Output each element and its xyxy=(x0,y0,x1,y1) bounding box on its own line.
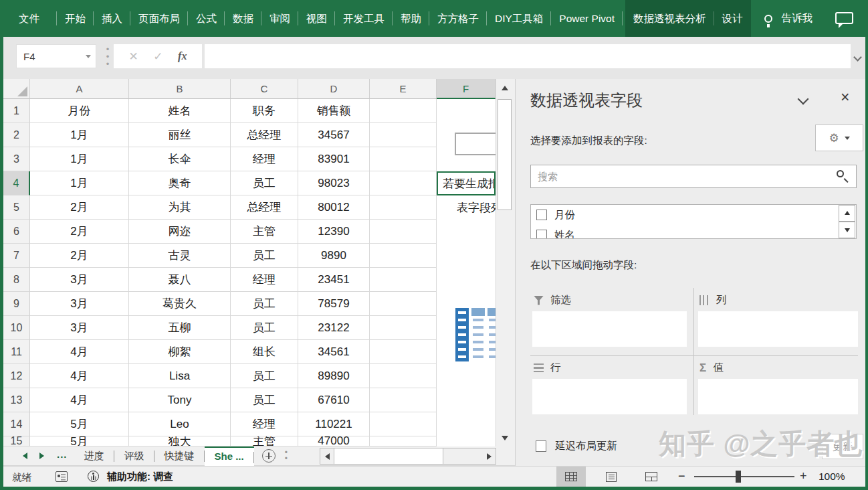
column-header-E[interactable]: E xyxy=(370,79,437,99)
update-button[interactable]: 更新 xyxy=(822,434,863,459)
rows-drop-zone[interactable] xyxy=(532,379,687,414)
scroll-left-icon[interactable] xyxy=(320,448,334,464)
cell-C6[interactable]: 主管 xyxy=(231,220,298,244)
cell-E4[interactable] xyxy=(370,171,437,195)
cell-B7[interactable]: 古灵 xyxy=(129,244,231,268)
cell-F7[interactable] xyxy=(437,244,496,268)
column-header-D[interactable]: D xyxy=(298,79,370,99)
cell-E9[interactable] xyxy=(370,292,437,316)
cell-F8[interactable] xyxy=(437,268,496,292)
cell-C10[interactable]: 员工 xyxy=(231,316,298,340)
cell-F12[interactable] xyxy=(437,364,496,388)
cell-E3[interactable] xyxy=(370,147,437,171)
page-break-view-button[interactable] xyxy=(637,467,666,487)
cell-B10[interactable]: 五柳 xyxy=(129,316,231,340)
row-header-2[interactable]: 2 xyxy=(3,123,30,147)
cell-D12[interactable]: 89890 xyxy=(298,364,370,388)
row-header-7[interactable]: 7 xyxy=(3,244,30,268)
cell-B5[interactable]: 为其 xyxy=(129,195,231,220)
cell-E10[interactable] xyxy=(370,316,437,340)
horizontal-scrollbar[interactable] xyxy=(320,448,496,465)
sheet-tab-active[interactable]: She ... xyxy=(205,446,254,466)
cell-A4[interactable]: 1月 xyxy=(30,171,129,195)
cell-E13[interactable] xyxy=(370,388,437,412)
ribbon-tab-5[interactable]: 公式 xyxy=(188,0,225,37)
column-header-F[interactable]: F xyxy=(437,79,496,99)
cell-B3[interactable]: 长伞 xyxy=(129,147,231,171)
cell-D10[interactable]: 23122 xyxy=(298,316,370,340)
zoom-slider-track[interactable] xyxy=(694,476,794,477)
cell-C9[interactable]: 员工 xyxy=(231,292,298,316)
cell-A9[interactable]: 3月 xyxy=(30,292,129,316)
row-header-1[interactable]: 1 xyxy=(3,99,30,123)
cell-A3[interactable]: 1月 xyxy=(30,147,129,171)
tell-me-label[interactable]: 告诉我 xyxy=(782,11,813,25)
cell-C14[interactable]: 经理 xyxy=(231,412,298,436)
row-header-6[interactable]: 6 xyxy=(3,220,30,244)
row-header-10[interactable]: 10 xyxy=(3,316,30,340)
name-box[interactable] xyxy=(16,44,96,68)
vertical-scrollbar[interactable] xyxy=(496,79,513,446)
column-header-C[interactable]: C xyxy=(231,79,298,99)
filters-drop-zone[interactable] xyxy=(532,311,687,347)
cell-C4[interactable]: 员工 xyxy=(231,171,298,195)
cell-C12[interactable]: 员工 xyxy=(231,364,298,388)
active-cell-selection[interactable] xyxy=(437,171,496,195)
cell-B14[interactable]: Leo xyxy=(129,412,231,436)
horizontal-scrollbar-thumb[interactable] xyxy=(334,448,443,464)
cell-D2[interactable]: 34567 xyxy=(298,123,370,147)
scroll-up-icon[interactable] xyxy=(496,79,514,96)
cell-C1[interactable]: 职务 xyxy=(231,99,298,123)
cell-D14[interactable]: 110221 xyxy=(298,412,370,436)
cell-D4[interactable]: 98023 xyxy=(298,171,370,195)
cell-D3[interactable]: 83901 xyxy=(298,147,370,171)
cell-E1[interactable] xyxy=(370,99,437,123)
field-checkbox-2[interactable] xyxy=(536,230,547,239)
cell-D7[interactable]: 9890 xyxy=(298,244,370,268)
cell-B9[interactable]: 葛贵久 xyxy=(129,292,231,316)
cell-B15[interactable]: 独大 xyxy=(129,436,231,446)
field-item-2[interactable]: 姓名 xyxy=(531,225,856,239)
row-header-14[interactable]: 14 xyxy=(3,412,30,436)
cell-A6[interactable]: 2月 xyxy=(30,220,129,244)
cell-E8[interactable] xyxy=(370,268,437,292)
select-all-button[interactable] xyxy=(3,79,30,99)
cell-A10[interactable]: 3月 xyxy=(30,316,129,340)
field-search-input[interactable] xyxy=(531,165,825,187)
fields-scroll-up-icon[interactable] xyxy=(839,205,855,222)
zoom-slider-thumb[interactable] xyxy=(736,471,741,483)
cell-F13[interactable] xyxy=(437,388,496,412)
row-header-8[interactable]: 8 xyxy=(3,268,30,292)
fields-scroll-down-icon[interactable] xyxy=(839,222,855,238)
cancel-entry-icon[interactable]: ✕ xyxy=(129,50,138,64)
cell-E11[interactable] xyxy=(370,340,437,364)
panel-chevron-down-icon[interactable] xyxy=(798,94,809,105)
field-checkbox-1[interactable] xyxy=(536,210,547,220)
ribbon-tab-2[interactable]: 开始 xyxy=(57,0,94,37)
name-box-dropdown-icon[interactable] xyxy=(86,55,91,61)
tools-button[interactable]: ⚙ xyxy=(815,125,863,151)
sheet-nav-left-icon[interactable] xyxy=(19,453,27,459)
cell-B11[interactable]: 柳絮 xyxy=(129,340,231,364)
cell-D8[interactable]: 23451 xyxy=(298,268,370,292)
ribbon-tab-11[interactable]: 方方格子 xyxy=(429,0,487,37)
field-search-box[interactable] xyxy=(530,165,857,188)
cell-C5[interactable]: 总经理 xyxy=(231,195,298,220)
cell-D15[interactable]: 47000 xyxy=(298,436,370,446)
cell-A14[interactable]: 5月 xyxy=(30,412,129,436)
cell-D9[interactable]: 78579 xyxy=(298,292,370,316)
row-header-4[interactable]: 4 xyxy=(3,171,30,195)
tabbar-grip-icon[interactable]: •• xyxy=(285,450,288,462)
ribbon-contextual-tab-2[interactable]: 设计 xyxy=(714,0,751,37)
cell-A12[interactable]: 4月 xyxy=(30,364,129,388)
cell-F6[interactable] xyxy=(437,220,496,244)
zoom-out-icon[interactable]: − xyxy=(678,469,685,483)
column-header-A[interactable]: A xyxy=(30,79,129,99)
row-header-13[interactable]: 13 xyxy=(3,388,30,412)
cell-E5[interactable] xyxy=(370,195,437,220)
sheet-tab-1[interactable]: 进度 xyxy=(74,446,114,466)
scroll-right-icon[interactable] xyxy=(482,448,496,464)
cell-A11[interactable]: 4月 xyxy=(30,340,129,364)
cell-A2[interactable]: 1月 xyxy=(30,123,129,147)
zoom-in-icon[interactable]: + xyxy=(800,469,807,483)
